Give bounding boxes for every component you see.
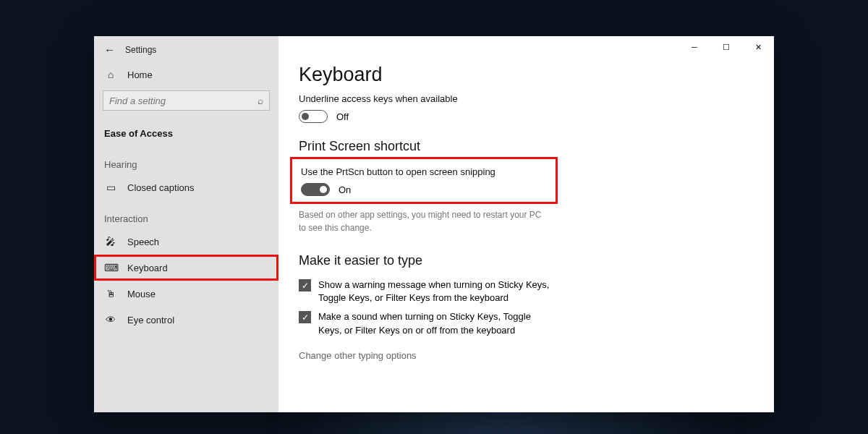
settings-window: ─ ☐ ✕ ← Settings ⌂ Home ⌕ Ease of Access… xyxy=(94,36,774,412)
search-icon: ⌕ xyxy=(258,95,263,106)
sidebar-item-label: Eye control xyxy=(127,315,174,326)
underline-state: Off xyxy=(336,111,349,122)
close-button[interactable]: ✕ xyxy=(742,36,774,58)
typing-heading: Make it easier to type xyxy=(299,253,754,268)
sidebar-item-keyboard[interactable]: ⌨ Keyboard xyxy=(94,255,278,281)
sidebar-item-label: Keyboard xyxy=(127,263,168,273)
page-heading: Keyboard xyxy=(299,64,754,86)
titlebar: ← Settings xyxy=(94,36,278,61)
underline-toggle-row: Off xyxy=(299,110,754,123)
search-input[interactable] xyxy=(109,95,258,106)
back-arrow-icon[interactable]: ← xyxy=(104,43,115,56)
prtscn-label: Use the PrtScn button to open screen sni… xyxy=(301,166,547,177)
sidebar-item-eye-control[interactable]: 👁︎ Eye control xyxy=(94,307,278,333)
window-controls: ─ ☐ ✕ xyxy=(678,36,774,58)
typing-options-link[interactable]: Change other typing options xyxy=(299,350,754,361)
typing-check-sound[interactable]: ✓ Make a sound when turning on Sticky Ke… xyxy=(299,310,552,336)
category-title: Ease of Access xyxy=(94,114,278,146)
home-icon: ⌂ xyxy=(104,69,117,80)
sidebar-item-home[interactable]: ⌂ Home xyxy=(94,61,278,88)
prtscn-state: On xyxy=(339,184,351,195)
checkbox-label: Make a sound when turning on Sticky Keys… xyxy=(318,310,552,336)
prtscn-highlight-box: Use the PrtScn button to open screen sni… xyxy=(290,157,558,204)
prtscn-toggle[interactable] xyxy=(301,183,330,196)
window-title: Settings xyxy=(125,45,156,55)
eye-icon: 👁︎ xyxy=(104,314,117,326)
minimize-button[interactable]: ─ xyxy=(678,36,710,58)
checkbox-icon[interactable]: ✓ xyxy=(299,279,311,292)
content-panel: Keyboard Underline access keys when avai… xyxy=(278,36,774,412)
microphone-icon: 🎤︎ xyxy=(104,236,117,247)
sidebar-item-label: Home xyxy=(127,69,153,80)
keyboard-icon: ⌨ xyxy=(104,262,117,273)
sidebar-item-speech[interactable]: 🎤︎ Speech xyxy=(94,229,278,255)
maximize-button[interactable]: ☐ xyxy=(710,36,742,58)
group-interaction: Interaction xyxy=(94,200,278,229)
cc-icon: ▭ xyxy=(104,182,117,193)
sidebar-item-closed-captions[interactable]: ▭ Closed captions xyxy=(94,174,278,200)
sidebar-item-label: Speech xyxy=(127,237,159,247)
sidebar-item-label: Closed captions xyxy=(127,182,195,193)
checkbox-label: Show a warning message when turning on S… xyxy=(318,278,552,305)
checkbox-icon[interactable]: ✓ xyxy=(299,311,311,323)
sidebar-item-mouse[interactable]: 🖱︎ Mouse xyxy=(94,281,278,307)
prtscn-hint: Based on other app settings, you might n… xyxy=(299,208,545,234)
prtscn-toggle-row: On xyxy=(301,183,547,196)
mouse-icon: 🖱︎ xyxy=(104,288,117,299)
sidebar: ← Settings ⌂ Home ⌕ Ease of Access Heari… xyxy=(94,36,278,412)
group-hearing: Hearing xyxy=(94,146,278,174)
search-box[interactable]: ⌕ xyxy=(103,90,270,111)
underline-toggle[interactable] xyxy=(299,110,328,123)
sidebar-item-label: Mouse xyxy=(127,289,156,299)
typing-check-warning[interactable]: ✓ Show a warning message when turning on… xyxy=(299,278,552,305)
underline-label: Underline access keys when available xyxy=(299,93,754,104)
prtscn-heading: Print Screen shortcut xyxy=(299,139,754,154)
